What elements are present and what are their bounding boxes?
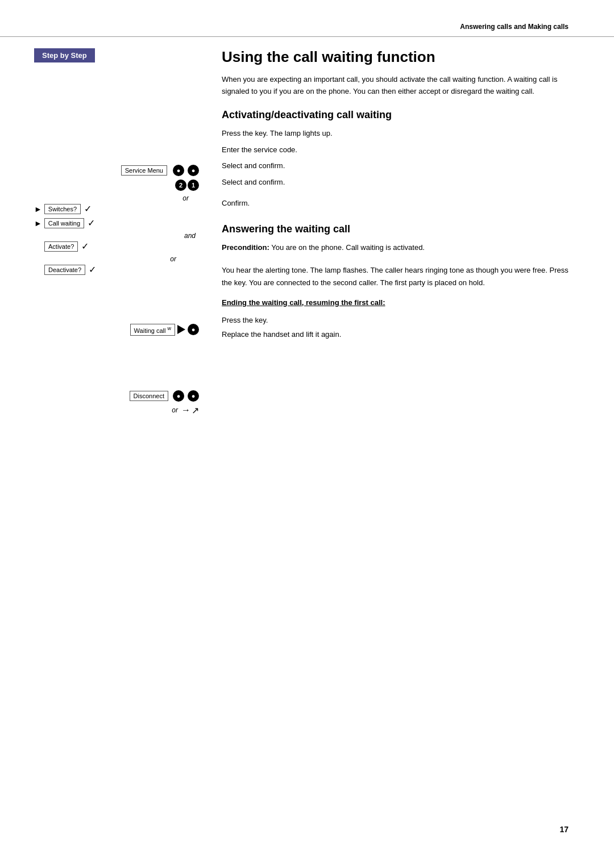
subsection-title: Ending the waiting call, resuming the fi… bbox=[222, 298, 580, 307]
waiting-instruction: You hear the alerting tone. The lamp fla… bbox=[222, 264, 580, 289]
switches-key: Switches? bbox=[44, 204, 81, 214]
call-waiting-key: Call waiting bbox=[44, 218, 84, 228]
arrow-icon-call-waiting: ► bbox=[34, 219, 42, 228]
step1-text: Press the key. The lamp lights up. bbox=[222, 128, 580, 140]
code-badges-row: 2 1 bbox=[34, 180, 205, 191]
section2-title: Answering the waiting call bbox=[222, 223, 580, 235]
phone-triangle-icon bbox=[177, 325, 185, 334]
bullet-disconnect-2: ● bbox=[188, 390, 199, 402]
arrow-phone-icon-2: ↗ bbox=[192, 405, 199, 416]
call-waiting-row: ► Call waiting ✓ bbox=[34, 218, 205, 228]
activate-key: Activate? bbox=[44, 241, 78, 252]
bullet-disconnect-1: ● bbox=[173, 390, 184, 402]
page-header: Answering calls and Making calls bbox=[0, 0, 614, 37]
right-column: Using the call waiting function When you… bbox=[205, 48, 580, 419]
step4-block: Select and confirm. bbox=[222, 177, 580, 189]
precondition-label: Precondition: bbox=[222, 243, 269, 252]
bullet-circle-1: ● bbox=[173, 165, 184, 176]
arrow-phone-icon-1: → bbox=[181, 405, 190, 415]
waiting-call-row: Waiting call w ● bbox=[34, 324, 205, 336]
step4-text: Select and confirm. bbox=[222, 177, 580, 189]
switches-row: ► Switches? ✓ bbox=[34, 203, 205, 214]
or-label-1: or bbox=[34, 194, 205, 202]
disconnect-row: Disconnect ● ● bbox=[34, 390, 205, 402]
section-answering: Answering the waiting call Precondition:… bbox=[222, 223, 580, 341]
step2-block: Enter the service code. bbox=[222, 144, 580, 156]
bullet-circle-2: ● bbox=[188, 165, 199, 176]
bullet-icon-waiting: ● bbox=[188, 324, 199, 335]
badge-1: 1 bbox=[188, 180, 199, 191]
badge-2: 2 bbox=[175, 180, 186, 191]
disconnect-instruction: Press the key. bbox=[222, 315, 580, 327]
intro-text: When you are expecting an important call… bbox=[222, 74, 580, 98]
step2-text: Enter the service code. bbox=[222, 144, 580, 156]
deactivate-key: Deactivate? bbox=[44, 265, 85, 275]
step3-text: Select and confirm. bbox=[222, 160, 580, 172]
or-label-3: or bbox=[172, 406, 178, 414]
header-text: Answering calls and Making calls bbox=[460, 23, 569, 31]
waiting-call-key: Waiting call w bbox=[130, 324, 175, 336]
code-circles: 2 1 bbox=[175, 180, 199, 191]
checkmark-deactivate: ✓ bbox=[89, 264, 96, 275]
main-title: Using the call waiting function bbox=[222, 48, 580, 66]
section1-title: Activating/deactivating call waiting bbox=[222, 109, 580, 121]
service-menu-row: Service Menu ● ● bbox=[34, 165, 205, 176]
or-arrows-row: or → ↗ bbox=[34, 405, 205, 416]
page-number: 17 bbox=[559, 825, 569, 834]
step5-text: Confirm. bbox=[222, 198, 580, 210]
checkmark-switches: ✓ bbox=[84, 203, 92, 214]
left-column: Step by Step Service Menu ● ● 2 1 bbox=[34, 48, 205, 419]
section-activating: Activating/deactivating call waiting Pre… bbox=[222, 109, 580, 210]
step-by-step-label: Step by Step bbox=[34, 48, 95, 62]
deactivate-row: Deactivate? ✓ bbox=[44, 264, 205, 275]
or-label-2: or bbox=[34, 255, 205, 263]
step5-block: Confirm. bbox=[222, 198, 580, 210]
subsection-ending: Ending the waiting call, resuming the fi… bbox=[222, 298, 580, 341]
checkmark-call-waiting: ✓ bbox=[88, 218, 95, 228]
wavy-icon: w bbox=[168, 326, 172, 331]
and-label: and bbox=[34, 232, 205, 240]
step1-block: Press the key. The lamp lights up. bbox=[222, 128, 580, 140]
precondition-body: You are on the phone. Call waiting is ac… bbox=[271, 243, 425, 252]
disconnect-key: Disconnect bbox=[130, 391, 168, 401]
checkmark-activate: ✓ bbox=[81, 241, 89, 252]
service-menu-key: Service Menu bbox=[121, 165, 167, 176]
activate-row: Activate? ✓ bbox=[44, 241, 205, 252]
precondition-text: Precondition: You are on the phone. Call… bbox=[222, 242, 580, 254]
step3-block: Select and confirm. bbox=[222, 160, 580, 172]
or-instruction: Replace the handset and lift it again. bbox=[222, 329, 580, 341]
arrow-icon-switches: ► bbox=[34, 205, 42, 214]
